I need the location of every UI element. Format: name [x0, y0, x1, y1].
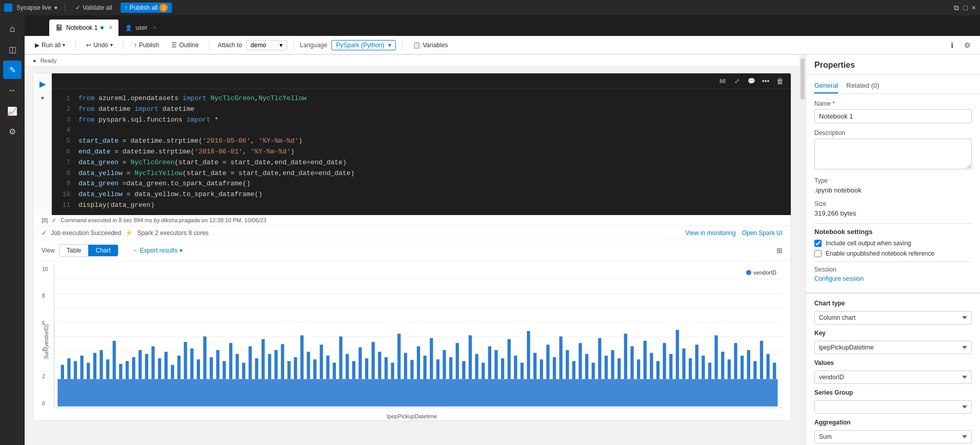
values-label: Values — [814, 359, 972, 366]
svg-rect-92 — [592, 362, 595, 379]
language-dropdown[interactable]: PySpark (Python) ▾ — [331, 40, 396, 50]
maximize-icon[interactable]: □ — [963, 4, 967, 12]
chart-toggle[interactable]: Chart — [88, 245, 117, 256]
y-tick-6: 6 — [42, 320, 48, 326]
sidebar-item-integrate[interactable]: ↔ — [3, 81, 22, 100]
code-editor[interactable]: 1from azureml.opendatasets import NycTlc… — [52, 89, 791, 215]
cell-comment-button[interactable]: 💬 — [745, 74, 758, 88]
spark-label: Spark 2 executors 8 cores — [137, 229, 208, 237]
key-select[interactable]: lpepPickupDatetime — [814, 341, 972, 354]
svg-rect-63 — [404, 353, 407, 379]
open-spark-link[interactable]: Open Spark UI — [742, 229, 783, 237]
sidebar-item-home[interactable]: ⌂ — [3, 20, 22, 38]
attach-to-label: Attach to — [217, 42, 242, 49]
svg-rect-99 — [637, 359, 640, 379]
cell-expand-button[interactable]: ⤢ — [730, 74, 744, 88]
table-toggle[interactable]: Table — [59, 245, 89, 256]
scrollbar-thumb[interactable] — [801, 59, 805, 100]
enable-unpublished-checkbox[interactable] — [814, 250, 822, 257]
chart-settings-button[interactable]: ⊞ — [776, 246, 783, 255]
export-results-button[interactable]: → Export results ▾ — [127, 245, 188, 256]
sidebar-item-data[interactable]: ◫ — [3, 40, 22, 59]
tab-bar: 📓 Notebook 1 × 👤 user × — [25, 15, 980, 36]
props-description-textarea[interactable] — [814, 139, 972, 169]
chart-legend: vendorID — [746, 269, 776, 276]
sidebar-item-monitor[interactable]: 📈 — [3, 102, 22, 120]
svg-rect-72 — [462, 361, 465, 379]
props-type-label: Type — [814, 177, 972, 184]
svg-rect-41 — [262, 339, 265, 379]
y-tick-0: 0 — [42, 401, 48, 407]
tab-general[interactable]: General — [814, 79, 838, 93]
props-description-field: Description — [814, 129, 972, 171]
sidebar-item-manage[interactable]: ⚙ — [3, 122, 22, 141]
top-separator-1 — [65, 4, 65, 12]
svg-rect-93 — [598, 338, 601, 379]
configure-session-link[interactable]: Configure session — [814, 275, 864, 282]
svg-rect-100 — [644, 341, 647, 379]
svg-rect-84 — [540, 359, 543, 379]
attach-to-dropdown[interactable]: demo ▾ — [246, 40, 287, 50]
svg-rect-37 — [235, 354, 238, 379]
svg-rect-18 — [113, 341, 116, 379]
close-icon[interactable]: × — [972, 4, 976, 12]
publish-button[interactable]: ↑ Publish — [130, 40, 163, 50]
publish-all-button[interactable]: ↑ Publish all 1 — [121, 3, 172, 13]
cell-delete-button[interactable]: 🗑 — [773, 74, 787, 88]
legend-dot — [746, 270, 751, 275]
properties-panel: Properties General Related (0) Name Desc… — [806, 54, 980, 445]
synapse-live-selector[interactable]: Synapse live ▼ — [16, 4, 58, 11]
series-group-label: Series Group — [814, 389, 972, 396]
cell-run-button[interactable]: ▶ — [36, 78, 49, 90]
cell-collapse-button[interactable]: ▾ — [36, 92, 49, 104]
undo-icon: ↩ — [86, 42, 91, 49]
props-name-input[interactable] — [814, 109, 972, 123]
series-group-select[interactable] — [814, 400, 972, 414]
publish-btn-icon: ↑ — [134, 42, 137, 49]
variables-button[interactable]: 📋 Variables — [409, 40, 452, 50]
cell-number: [8] — [42, 217, 48, 223]
cell-more-button[interactable]: ••• — [759, 74, 772, 88]
include-output-checkbox[interactable] — [814, 240, 822, 247]
job-actions: View in monitoring Open Spark UI — [686, 229, 783, 237]
user-tab-close[interactable]: × — [153, 24, 156, 31]
run-icon: ▶ — [35, 42, 39, 49]
tab-user[interactable]: 👤 user × — [119, 20, 163, 36]
svg-rect-79 — [508, 339, 511, 379]
toolbar-sep-5 — [402, 40, 403, 50]
svg-rect-120 — [773, 362, 776, 379]
info-button[interactable]: ℹ — [945, 38, 958, 52]
svg-rect-69 — [443, 350, 446, 379]
view-toggle-group: Table Chart — [59, 244, 118, 257]
view-monitoring-link[interactable]: View in monitoring — [686, 229, 736, 237]
scrollbar[interactable] — [799, 54, 806, 445]
language-label: Language — [300, 42, 327, 49]
job-check-icon: ✓ — [42, 229, 47, 237]
run-all-button[interactable]: ▶ Run all ▾ — [31, 40, 69, 50]
values-select[interactable]: vendorID — [814, 371, 972, 384]
publish-notification-badge: 1 — [159, 4, 168, 12]
tab-notebook1[interactable]: 📓 Notebook 1 × — [49, 20, 119, 36]
execution-info: [8] ✓ Command executed in 8 sec 894 ms b… — [33, 215, 791, 226]
svg-rect-21 — [132, 357, 135, 379]
aggregation-select[interactable]: Sum Count Average — [814, 430, 972, 443]
svg-rect-15 — [93, 353, 96, 379]
svg-rect-98 — [630, 346, 633, 379]
svg-rect-111 — [714, 335, 717, 379]
tab-related[interactable]: Related (0) — [846, 79, 879, 93]
svg-rect-91 — [585, 354, 588, 379]
validate-all-button[interactable]: ✓ Validate all — [71, 3, 116, 12]
chart-svg — [54, 265, 783, 408]
chart-type-select[interactable]: Column chart Bar chart Line chart Scatte… — [814, 311, 972, 324]
sidebar-item-develop[interactable]: ✎ — [3, 61, 22, 79]
svg-rect-26 — [165, 352, 168, 379]
settings-button[interactable]: ⚙ — [961, 38, 974, 52]
restore-icon[interactable]: ⧉ — [954, 4, 959, 12]
svg-rect-62 — [397, 334, 401, 379]
undo-button[interactable]: ↩ Undo ▾ — [82, 40, 117, 50]
enable-unpublished-label: Enable unpublished notebook reference — [826, 250, 934, 257]
outline-button[interactable]: ☰ Outline — [167, 40, 203, 50]
cell-mi-button[interactable]: MI — [716, 74, 729, 88]
notebook-tab-close[interactable]: × — [109, 24, 112, 31]
svg-rect-90 — [578, 343, 582, 379]
